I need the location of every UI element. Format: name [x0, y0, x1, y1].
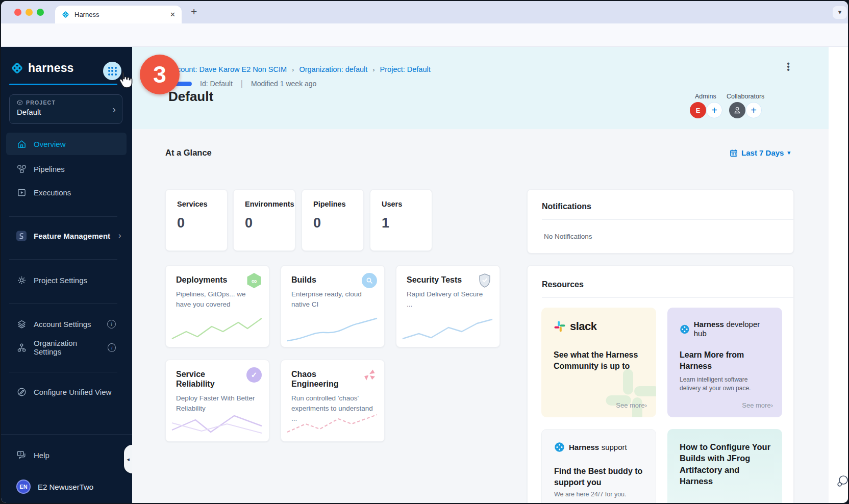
new-tab-button[interactable]: +	[191, 6, 197, 18]
module-card-deployments[interactable]: Deployments Pipelines, GitOps... we have…	[165, 265, 269, 347]
brand-rest: support	[602, 443, 627, 451]
admin-avatar[interactable]: E	[690, 102, 706, 118]
header-kebab-menu[interactable]: •••	[784, 62, 792, 71]
slack-logo-icon	[554, 320, 566, 333]
page-content: Account: Dave Karow E2 Non SCIM › Organi…	[132, 47, 829, 503]
id-divider: |	[241, 79, 243, 88]
sidebar-item-pipelines[interactable]: Pipelines	[1, 158, 132, 180]
project-id-row: Id: Default | Modified 1 week ago	[168, 79, 316, 88]
sidebar-item-account-settings[interactable]: Account Settings i	[1, 313, 132, 335]
brand-underline	[9, 84, 117, 85]
breadcrumb: Account: Dave Karow E2 Non SCIM › Organi…	[168, 65, 431, 73]
notifications-empty-text: No Notifications	[544, 233, 592, 240]
macos-minimize-button[interactable]	[26, 9, 33, 16]
brand-bold: Harness	[694, 320, 724, 329]
resource-card-slack[interactable]: slack See what the Harness Community is …	[541, 308, 656, 417]
sidebar-item-label: Account Settings	[34, 320, 91, 329]
breadcrumb-account-link[interactable]: Account: Dave Karow E2 Non SCIM	[168, 65, 287, 73]
harness-brand[interactable]: harness	[10, 61, 74, 75]
user-avatar: EN	[16, 480, 31, 494]
security-shield-icon	[477, 273, 492, 288]
collaborator-avatar[interactable]	[729, 102, 745, 118]
macos-close-button[interactable]	[14, 9, 21, 16]
browser-tab[interactable]: Harness ✕	[55, 6, 182, 23]
executions-icon	[16, 187, 27, 197]
module-card-security-tests[interactable]: Security Tests Rapid Delivery of Secure …	[396, 265, 500, 347]
person-icon	[733, 106, 741, 114]
project-id: Id: Default	[200, 80, 233, 88]
module-description: Pipelines, GitOps... we have you covered	[176, 289, 258, 309]
stat-label: Users	[382, 200, 420, 208]
stat-value: 0	[177, 215, 216, 231]
project-selector[interactable]: PROJECT Default ›	[9, 94, 122, 124]
resource-title: Learn More from Harness	[680, 349, 756, 371]
brand-bold: Harness	[569, 443, 599, 451]
sidebar-item-label: Configure Unified View	[34, 388, 111, 396]
feature-management-icon	[16, 231, 27, 241]
see-more-link[interactable]: See more›	[742, 401, 773, 409]
chat-bubble-icon[interactable]	[835, 474, 848, 489]
mouse-cursor-icon	[115, 70, 134, 92]
stat-value: 0	[313, 215, 352, 231]
module-card-service-reliability[interactable]: Service Reliability Deploy Faster With B…	[165, 360, 269, 442]
breadcrumb-org-link[interactable]: Organization: default	[299, 65, 367, 73]
service-reliability-sparkline	[171, 411, 263, 437]
resource-card-support[interactable]: Harness support Find the Best buddy to s…	[541, 429, 656, 503]
resource-card-jfrog-howto[interactable]: How to Configure Your Builds with JFrog …	[667, 429, 782, 503]
harness-logo-icon	[680, 324, 690, 335]
caret-down-icon: ▾	[787, 149, 790, 156]
breadcrumb-project-link[interactable]: Project: Default	[380, 65, 431, 73]
user-name: E2 NewuserTwo	[38, 483, 93, 491]
stat-card-pipelines[interactable]: Pipelines 0	[302, 189, 364, 251]
sidebar-item-feature-management[interactable]: Feature Management ›	[1, 224, 132, 247]
module-description: Enterprise ready, cloud native CI	[291, 289, 373, 309]
see-more-link[interactable]: See more›	[616, 401, 647, 409]
deployments-sparkline	[171, 316, 263, 343]
modified-timestamp: Modified 1 week ago	[251, 80, 316, 88]
sidebar-item-organization-settings[interactable]: Organization Settings i	[1, 336, 132, 359]
sidebar-collapse-handle[interactable]: ◂	[124, 445, 132, 473]
add-collaborator-button[interactable]: +	[745, 102, 762, 118]
info-icon[interactable]: i	[107, 320, 116, 329]
sidebar-item-label: Feature Management	[34, 232, 110, 240]
help-chat-icon: ?	[16, 450, 27, 460]
sidebar-item-project-settings[interactable]: Project Settings	[1, 269, 132, 291]
sidebar-divider	[9, 372, 117, 372]
add-admin-button[interactable]: +	[706, 102, 722, 118]
sidebar-item-help[interactable]: ? Help	[1, 444, 132, 466]
resource-card-developer-hub[interactable]: Harness developer hub Learn More from Ha…	[667, 308, 782, 417]
browser-toolbar: ← → ↻ app.harness.io/ng/account/YWdkwNPi…	[1, 23, 848, 47]
tab-title: Harness	[74, 11, 165, 18]
chevron-right-icon: ›	[118, 231, 121, 241]
stat-card-services[interactable]: Services 0	[165, 189, 228, 251]
sidebar-item-executions[interactable]: Executions	[1, 181, 132, 204]
sidebar-user[interactable]: EN E2 NewuserTwo	[1, 475, 132, 498]
module-card-builds[interactable]: Builds Enterprise ready, cloud native CI	[281, 265, 385, 347]
sidebar-item-configure-unified-view[interactable]: Configure Unified View	[1, 381, 132, 403]
tab-search-button[interactable]: ▾	[833, 6, 847, 19]
project-selector-label: PROJECT	[26, 99, 56, 106]
date-range-value: Last 7 Days	[741, 148, 784, 157]
module-title: Service Reliability	[176, 369, 241, 389]
sidebar-item-label: Organization Settings	[34, 339, 101, 356]
stat-label: Pipelines	[313, 200, 352, 208]
sidebar-item-label: Executions	[34, 188, 71, 197]
sidebar-item-label: Overview	[34, 140, 66, 148]
stat-card-environments[interactable]: Environments 0	[233, 189, 295, 251]
module-card-chaos-engineering[interactable]: Chaos Engineering Run controlled 'chaos'…	[281, 360, 385, 442]
svg-text:?: ?	[19, 452, 21, 456]
tab-close-icon[interactable]: ✕	[170, 11, 176, 18]
macos-zoom-button[interactable]	[37, 9, 44, 16]
date-range-filter[interactable]: Last 7 Days ▾	[714, 148, 790, 157]
stat-card-users[interactable]: Users 1	[370, 189, 432, 251]
cube-icon	[17, 99, 23, 106]
panel-divider	[542, 297, 793, 298]
calendar-icon	[730, 149, 738, 157]
page-title: Default	[168, 89, 213, 105]
harness-favicon	[61, 10, 70, 19]
sidebar-item-overview[interactable]: Overview	[6, 133, 127, 155]
at-a-glance-heading: At a Glance	[165, 148, 212, 158]
info-icon[interactable]: i	[108, 343, 116, 352]
breadcrumb-separator: ›	[292, 66, 294, 73]
breadcrumb-separator: ›	[372, 66, 374, 73]
